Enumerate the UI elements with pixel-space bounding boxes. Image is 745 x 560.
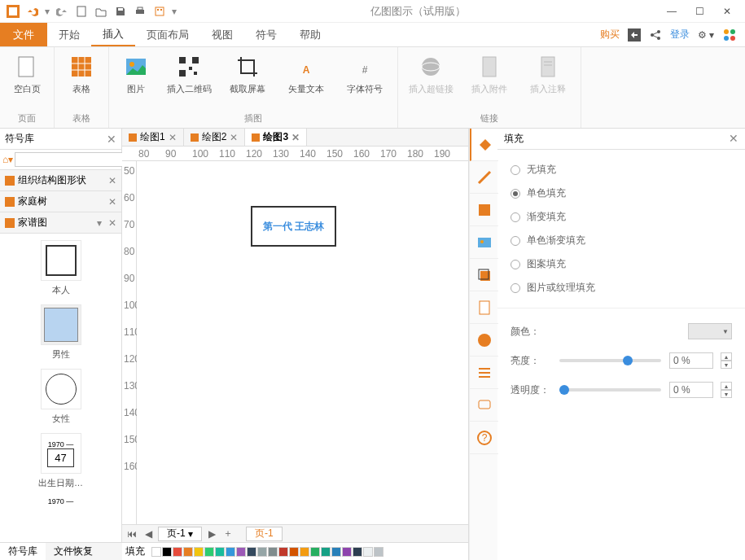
color-swatch[interactable] [342,547,352,557]
fill-option[interactable]: 图案填充 [511,252,732,276]
ribbon-qrcode-button[interactable]: 插入二维码 [163,50,215,111]
brightness-slider[interactable] [559,359,661,362]
accordion-header[interactable]: 家庭树✕ [0,191,121,212]
open-icon[interactable] [93,3,109,20]
fill-tool-icon[interactable] [470,129,498,161]
fill-option[interactable]: 无填充 [511,158,732,182]
app-icon[interactable] [5,3,21,20]
menu-file[interactable]: 文件 [0,23,47,46]
options-icon[interactable] [151,3,168,20]
redo-icon[interactable] [54,3,70,20]
color-swatch[interactable] [215,547,225,557]
spin-down-icon[interactable]: ▼ [721,390,732,398]
expand-icon[interactable]: ▾ [97,217,102,229]
canvas[interactable]: 第一代 王志林 [137,161,468,524]
qat-dropdown-icon[interactable]: ▾ [171,3,177,20]
share-icon[interactable] [649,28,662,42]
export-icon[interactable] [628,28,641,42]
page-tool-icon[interactable] [470,291,498,324]
spin-up-icon[interactable]: ▲ [721,352,732,361]
spin-up-icon[interactable]: ▲ [721,382,732,390]
settings-icon[interactable]: ⚙ ▾ [698,29,714,41]
document-tab[interactable]: 绘图3✕ [245,129,307,146]
undo-icon[interactable] [24,3,41,20]
menu-item[interactable]: 符号 [244,23,288,46]
fill-option[interactable]: 单色渐变填充 [511,229,732,252]
ribbon-blank-page-button[interactable]: 空白页 [7,50,47,111]
symbol-cell[interactable]: 1970 —47出生日期… [7,433,115,489]
symbol-cell[interactable]: 男性 [7,304,115,361]
fill-option[interactable]: 图片或纹理填充 [511,276,732,300]
page-first-icon[interactable]: ⏮ [125,527,138,540]
accordion-header[interactable]: 组织结构图形状✕ [0,170,121,190]
page-prev-icon[interactable]: ◀ [142,527,155,540]
right-panel-close-icon[interactable]: ✕ [729,132,738,146]
section-close-icon[interactable]: ✕ [108,196,116,208]
symbol-cell[interactable]: 女性 [7,369,115,425]
accordion-header[interactable]: 家谱图▾✕ [0,212,121,233]
shadow-tool-icon[interactable] [470,194,498,226]
bottom-tab[interactable]: 符号库 [0,543,46,560]
section-close-icon[interactable]: ✕ [108,217,116,229]
color-swatch[interactable] [363,547,373,557]
menu-item[interactable]: 插入 [91,23,135,46]
page-next-icon[interactable]: ▶ [205,527,218,540]
maximize-icon[interactable]: ☐ [693,5,706,18]
section-close-icon[interactable]: ✕ [108,175,116,186]
tab-close-icon[interactable]: ✕ [230,132,238,143]
opacity-spinner[interactable]: 0 % [669,382,713,398]
globe-tool-icon[interactable] [470,324,498,357]
page-select[interactable]: 页-1 ▾ [158,527,202,541]
canvas-shape[interactable]: 第一代 王志林 [251,206,336,247]
tab-close-icon[interactable]: ✕ [169,132,177,143]
document-tab[interactable]: 绘图1✕ [122,129,184,146]
tab-close-icon[interactable]: ✕ [291,132,300,143]
comment-tool-icon[interactable] [470,389,498,422]
home-icon[interactable]: ⌂▾ [2,152,13,167]
slider-thumb[interactable] [623,356,633,365]
close-icon[interactable]: ✕ [721,5,734,18]
color-swatch[interactable] [183,547,193,557]
ribbon-hash-button[interactable]: #字体符号 [339,50,391,111]
symbol-cell[interactable]: 本人 [7,240,115,296]
color-swatch[interactable] [300,547,309,557]
menu-item[interactable]: 开始 [47,23,91,46]
panel-close-icon[interactable]: ✕ [107,133,116,146]
new-doc-icon[interactable] [73,3,90,20]
color-swatch[interactable] [173,547,182,557]
color-swatch[interactable] [194,547,204,557]
color-swatch[interactable] [226,547,235,557]
undo-dropdown-icon[interactable]: ▾ [44,3,50,20]
color-swatch[interactable] [268,547,278,557]
color-swatch[interactable] [151,547,161,557]
opacity-slider[interactable] [559,388,661,392]
color-swatch[interactable] [289,547,299,557]
menu-item[interactable]: 帮助 [288,23,332,46]
list-tool-icon[interactable] [470,357,498,389]
line-tool-icon[interactable] [470,161,498,194]
color-swatch[interactable] [321,547,331,557]
image-tool-icon[interactable] [470,226,498,259]
color-swatch[interactable] [353,547,362,557]
color-swatch[interactable] [162,547,172,557]
minimize-icon[interactable]: — [665,5,678,18]
slider-thumb[interactable] [559,385,569,395]
color-swatch[interactable] [374,547,383,557]
menu-item[interactable]: 页面布局 [135,23,200,46]
color-swatch[interactable] [236,547,246,557]
menu-item[interactable]: 视图 [200,23,244,46]
ribbon-vector-text-button[interactable]: A矢量文本 [280,50,332,111]
buy-link[interactable]: 购买 [600,28,620,42]
page-add-icon[interactable]: ＋ [221,527,234,540]
ribbon-crop-button[interactable]: 截取屏幕 [221,50,274,111]
print-icon[interactable] [132,3,148,20]
save-icon[interactable] [112,3,129,20]
page-tab-current[interactable]: 页-1 [246,527,283,541]
color-picker[interactable]: ▼ [688,323,732,339]
brightness-spinner[interactable]: 0 % [669,352,713,369]
color-swatch[interactable] [278,547,288,557]
fill-option[interactable]: 渐变填充 [511,205,732,229]
fill-option[interactable]: 单色填充 [511,182,732,205]
color-swatch[interactable] [331,547,341,557]
color-swatch[interactable] [247,547,256,557]
